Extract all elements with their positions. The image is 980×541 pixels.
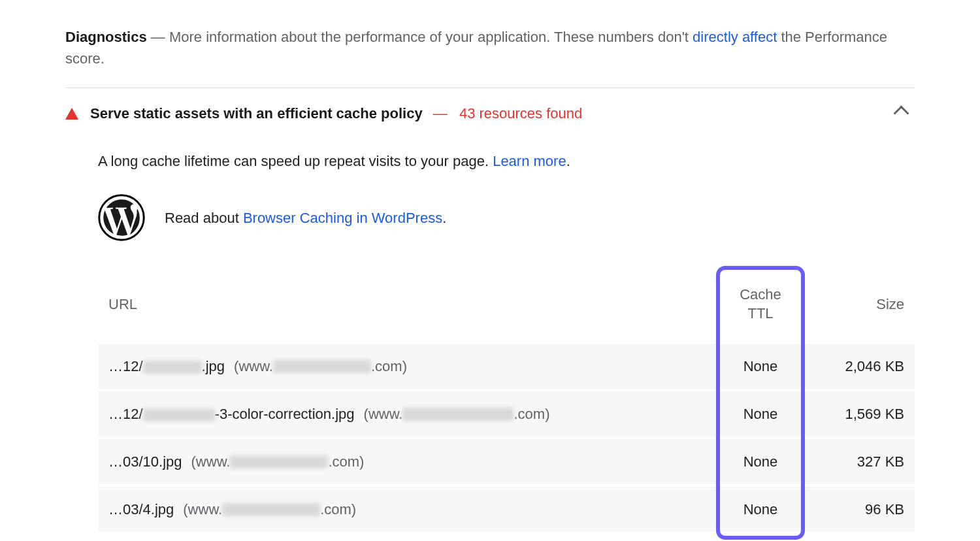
audit-dash: — <box>433 105 448 122</box>
url-path: …03/4.jpg <box>108 499 174 520</box>
url-host: (www..com) <box>183 499 356 520</box>
cache-ttl-value: None <box>721 499 800 520</box>
fail-triangle-icon <box>65 108 78 120</box>
diagnostics-link[interactable]: directly affect <box>693 29 777 45</box>
wordpress-tip-text: Read about Browser Caching in WordPress. <box>165 207 446 229</box>
diagnostics-description-prefix: — More information about the performance… <box>151 29 693 45</box>
redacted-filename <box>143 361 202 374</box>
cache-ttl-value: None <box>721 403 800 425</box>
wp-prefix: Read about <box>165 210 243 226</box>
url-path: …12/.jpg <box>108 355 225 377</box>
cache-ttl-value: None <box>721 451 800 472</box>
cache-ttl-value: None <box>721 355 800 377</box>
audit-description: A long cache lifetime can speed up repea… <box>98 150 915 172</box>
url-cell: …12/.jpg(www..com) <box>108 355 721 377</box>
url-path: …12/-3-color-correction.jpg <box>108 403 355 425</box>
size-value: 1,569 KB <box>800 403 904 425</box>
table-row[interactable]: …03/10.jpg(www..com)None327 KB <box>98 436 915 484</box>
url-cell: …03/10.jpg(www..com) <box>108 451 721 472</box>
resources-table: URL Cache TTL Size …12/.jpg(www..com)Non… <box>98 274 915 532</box>
table-row[interactable]: …12/-3-color-correction.jpg(www..com)Non… <box>98 389 915 436</box>
learn-more-link[interactable]: Learn more <box>493 153 566 169</box>
size-value: 327 KB <box>800 451 904 472</box>
redacted-host <box>222 503 320 516</box>
col-header-url: URL <box>108 293 721 315</box>
audit-period: . <box>566 153 570 169</box>
chevron-up-icon[interactable] <box>893 105 909 121</box>
audit-description-text: A long cache lifetime can speed up repea… <box>98 153 493 169</box>
redacted-filename <box>143 408 215 421</box>
col-header-cache-ttl: Cache TTL <box>721 286 800 323</box>
wordpress-tip-row: Read about Browser Caching in WordPress. <box>98 194 915 241</box>
size-value: 96 KB <box>800 499 904 520</box>
url-cell: …12/-3-color-correction.jpg(www..com) <box>108 403 721 425</box>
table-row[interactable]: …12/.jpg(www..com)None2,046 KB <box>98 341 915 389</box>
table-row[interactable]: …03/4.jpg(www..com)None96 KB <box>98 484 915 532</box>
diagnostics-title: Diagnostics <box>65 29 147 45</box>
audit-count: 43 resources found <box>459 105 582 122</box>
url-path: …03/10.jpg <box>108 451 182 472</box>
audit-header-row[interactable]: Serve static assets with an efficient ca… <box>65 88 915 131</box>
diagnostics-heading-row: Diagnostics — More information about the… <box>65 26 915 88</box>
size-value: 2,046 KB <box>800 355 904 377</box>
table-header-row: URL Cache TTL Size <box>98 274 915 341</box>
col-header-cache: Cache <box>721 286 800 304</box>
audit-title: Serve static assets with an efficient ca… <box>90 105 423 122</box>
redacted-host <box>402 408 514 421</box>
col-header-ttl: TTL <box>721 304 800 323</box>
url-host: (www..com) <box>234 355 407 377</box>
audit-body: A long cache lifetime can speed up repea… <box>65 131 915 532</box>
diagnostics-panel: Diagnostics — More information about the… <box>0 0 980 541</box>
url-host: (www..com) <box>364 403 550 425</box>
redacted-host <box>273 360 371 373</box>
url-cell: …03/4.jpg(www..com) <box>108 499 721 520</box>
audit-title-wrap: Serve static assets with an efficient ca… <box>90 103 887 124</box>
redacted-host <box>230 455 328 468</box>
col-header-size: Size <box>800 293 904 315</box>
wp-link[interactable]: Browser Caching in WordPress <box>243 210 442 226</box>
wordpress-logo-icon <box>98 194 145 241</box>
url-host: (www..com) <box>191 451 365 472</box>
wp-period: . <box>442 210 446 226</box>
